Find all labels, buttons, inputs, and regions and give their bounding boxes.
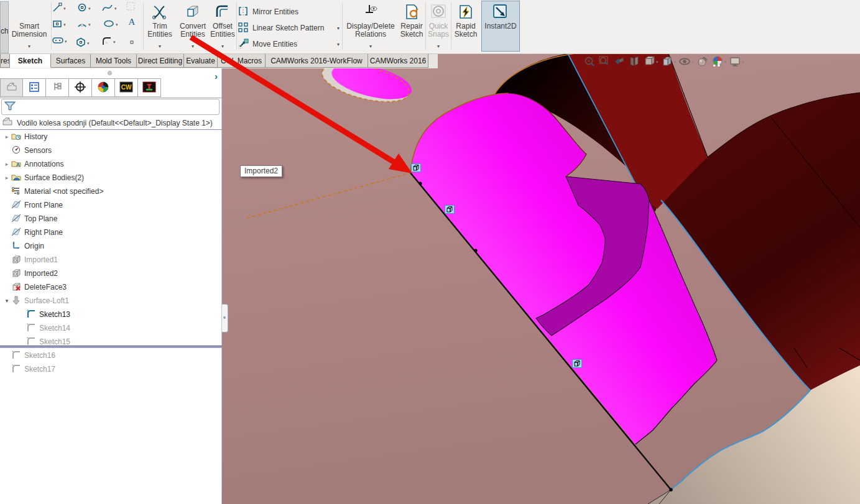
expand-arrow-icon[interactable]: ▾	[2, 298, 11, 304]
vertex-dot[interactable]	[669, 488, 673, 492]
dropdown-caret-icon[interactable]: ▾	[87, 41, 90, 46]
view-settings-button[interactable]: ▾	[729, 55, 744, 70]
panel-tab-configurationmanager[interactable]	[46, 78, 69, 97]
panel-tab-featuremanager[interactable]	[0, 78, 23, 97]
view-orientation-button[interactable]: ▾	[643, 55, 659, 70]
relation-badge[interactable]	[572, 359, 582, 368]
relation-badge[interactable]	[445, 205, 455, 214]
tree-item-sketch16[interactable]: *Sketch16	[0, 349, 222, 362]
display-style-button[interactable]: ▾	[661, 55, 677, 70]
linear-sketch-pattern-button[interactable]: Linear Sketch Pattern▾	[238, 20, 341, 36]
dropdown-caret-icon[interactable]: ▾	[28, 42, 30, 50]
circle-tool-button[interactable]: ▾	[77, 2, 91, 14]
dropdown-caret-icon[interactable]: ▾	[114, 6, 117, 11]
tree-item-sketch13[interactable]: *Sketch13	[0, 308, 222, 321]
tab-surfaces[interactable]: Surfaces	[51, 53, 91, 68]
text-tool-button[interactable]: A	[127, 16, 137, 29]
tree-item-sketch17[interactable]: *Sketch17	[0, 362, 222, 376]
smart-dimension-button[interactable]: Smart Dimension ▾	[9, 1, 50, 52]
zoom-to-fit-button[interactable]	[583, 55, 596, 70]
tree-item-surface-bodies-2-[interactable]: ▸Surface Bodies(2)	[0, 171, 222, 185]
zoom-to-area-button[interactable]	[598, 55, 611, 70]
expand-arrow-icon[interactable]: ▸	[2, 175, 11, 181]
dropdown-caret-icon[interactable]: ▾	[88, 22, 91, 27]
dropdown-caret-icon[interactable]: ▾	[337, 42, 340, 47]
point-tool-button[interactable]	[128, 39, 136, 48]
tab-evaluate[interactable]: Evaluate	[184, 53, 218, 68]
tree-item-sensors[interactable]: Sensors	[0, 144, 222, 157]
fillet-tool-button[interactable]: ×▾	[102, 36, 116, 48]
tab-sketch[interactable]: Sketch	[10, 53, 51, 68]
tree-item-imported1[interactable]: Imported1	[0, 253, 222, 267]
tab-camworks-2016-workflow[interactable]: CAMWorks 2016-WorkFlow	[266, 53, 368, 68]
tree-item-deleteface3[interactable]: DeleteFace3	[0, 280, 222, 294]
panel-tab-camworks-operation-tree[interactable]	[138, 78, 161, 97]
dropdown-caret-icon[interactable]: ▾	[65, 39, 67, 44]
quick-snaps-button[interactable]: Quick Snaps▾	[427, 1, 450, 52]
dropdown-caret-icon[interactable]: ▾	[113, 40, 116, 45]
dropdown-caret-icon[interactable]: ▾	[724, 60, 727, 65]
tree-item-top-plane[interactable]: Top Plane	[0, 212, 222, 226]
dropdown-caret-icon[interactable]: ▾	[63, 22, 66, 27]
ghost-rect-tool-button[interactable]	[126, 1, 136, 13]
viewport-canvas[interactable]	[222, 53, 860, 504]
expand-arrow-icon[interactable]: ▸	[2, 134, 11, 140]
dropdown-caret-icon[interactable]: ▾	[192, 42, 194, 50]
apply-scene-button[interactable]: ▾	[711, 55, 727, 70]
panel-expand-chevron[interactable]: ›	[215, 71, 218, 81]
panel-tab-displaymanager[interactable]	[92, 78, 115, 97]
dropdown-caret-icon[interactable]: ▾	[674, 60, 677, 65]
convert-entities-button[interactable]: Convert Entities▾	[177, 1, 209, 52]
panel-tab-propertymanager[interactable]	[23, 78, 46, 97]
tree-item-imported2[interactable]: Imported2	[0, 267, 222, 280]
expand-arrow-icon[interactable]: ▸	[2, 161, 11, 167]
polygon-tool-button[interactable]: ▾	[76, 37, 90, 49]
mirror-entities-button[interactable]: Mirror Entities	[238, 4, 341, 20]
dropdown-caret-icon[interactable]: ▾	[437, 42, 440, 50]
relation-badge[interactable]	[411, 163, 421, 172]
dropdown-caret-icon[interactable]: ▾	[159, 42, 161, 50]
tree-item-material-not-specified-[interactable]: Material <not specified>	[0, 185, 222, 198]
hide-show-items-button[interactable]: ▾	[678, 55, 694, 70]
tree-item-origin[interactable]: Origin	[0, 239, 222, 253]
tab-cw-macros[interactable]: CW_Macros	[218, 53, 266, 68]
tree-item-surface-loft1[interactable]: ▾Surface-Loft1	[0, 294, 222, 308]
previous-view-button[interactable]	[613, 55, 626, 70]
edit-appearance-button[interactable]	[696, 55, 709, 70]
tree-item-front-plane[interactable]: Front Plane	[0, 198, 222, 212]
dropdown-caret-icon[interactable]: ▾	[337, 25, 340, 31]
dropdown-caret-icon[interactable]: ▾	[691, 60, 694, 65]
dropdown-caret-icon[interactable]: ▾	[742, 60, 744, 65]
panel-tab-dimxpertmanager[interactable]	[69, 78, 92, 97]
move-entities-button[interactable]: Move Entities▾	[238, 36, 341, 52]
rapid-sketch-button[interactable]: Rapid Sketch	[452, 1, 479, 52]
tab-res[interactable]: res	[0, 53, 10, 68]
trim-entities-button[interactable]: Trim Entities▾	[144, 1, 175, 52]
rectangle-tool-button[interactable]: ▾	[52, 19, 66, 30]
panel-splitter-grip[interactable]	[108, 71, 112, 75]
repair-sketch-button[interactable]: Repair Sketch	[399, 1, 425, 52]
panel-tab-camworks-feature-tree[interactable]: CW	[115, 78, 138, 97]
dropdown-caret-icon[interactable]: ▾	[221, 42, 224, 50]
tree-item-right-plane[interactable]: Right Plane	[0, 226, 222, 239]
dropdown-caret-icon[interactable]: ▾	[369, 42, 372, 50]
dropdown-caret-icon[interactable]: ▾	[63, 6, 66, 11]
feature-filter-bar[interactable]	[1, 99, 220, 115]
line-tool-button[interactable]: ▾	[52, 2, 66, 14]
tree-item-sketch14[interactable]: *Sketch14	[0, 321, 222, 335]
tree-item-history[interactable]: ▸History	[0, 130, 222, 144]
slot-tool-button[interactable]: ▾	[52, 36, 67, 47]
vertex-dot[interactable]	[418, 181, 422, 185]
offset-entities-button[interactable]: Offset Entities▾	[209, 1, 236, 52]
display-delete-relations-button[interactable]: Display/Delete Relations▾	[343, 1, 398, 52]
tab-direct-editing[interactable]: Direct Editing	[137, 53, 184, 68]
tree-root-item[interactable]: Vodilo kolesa spodnji (Default<<Default>…	[1, 117, 221, 129]
spline-tool-button[interactable]: ▾	[102, 2, 117, 14]
tab-camworks-2016[interactable]: CAMWorks 2016	[368, 53, 428, 68]
panel-viewport-splitter[interactable]	[222, 304, 228, 332]
tab-mold-tools[interactable]: Mold Tools	[91, 53, 137, 68]
dropdown-caret-icon[interactable]: ▾	[656, 60, 659, 65]
ellipse-tool-button[interactable]: ▾	[103, 19, 118, 30]
rollback-bar[interactable]	[0, 346, 222, 348]
vertex-dot[interactable]	[474, 249, 477, 252]
